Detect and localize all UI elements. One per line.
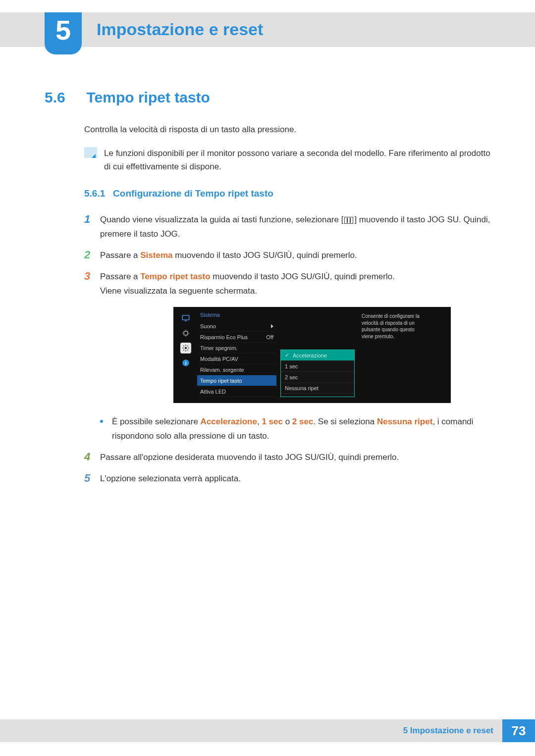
info-icon: i <box>180 357 191 368</box>
section-heading: 5.6 Tempo ripet tasto <box>45 89 500 106</box>
gear-icon <box>180 343 191 353</box>
chapter-number-badge: 5 <box>45 12 82 54</box>
osd-item-suono: Suono <box>197 321 276 332</box>
osd-item-label: Risparmio Eco Plus <box>200 334 248 340</box>
step-text: Passare a Tempo ripet tasto muovendo il … <box>100 270 500 299</box>
emphasis: 1 sec <box>262 417 283 426</box>
svg-point-3 <box>185 347 187 350</box>
text-fragment: Passare a <box>100 272 140 281</box>
step-4: 4 Passare all'opzione desiderata muovend… <box>84 451 500 465</box>
osd-panel: i Sistema Suono Risparmio Eco PlusOff Ti… <box>173 307 451 403</box>
osd-item-value: Off <box>267 334 273 340</box>
chevron-right-icon <box>271 324 273 328</box>
text-fragment: muovendo il tasto JOG SU/GIÙ, quindi pre… <box>172 251 357 260</box>
osd-item-label: Suono <box>200 323 216 329</box>
step-5: 5 L'opzione selezionata verrà applicata. <box>84 472 500 486</box>
step-2: 2 Passare a Sistema muovendo il tasto JO… <box>84 249 500 263</box>
osd-sub-label: 1 sec <box>285 363 298 369</box>
step-text: Passare a Sistema muovendo il tasto JOG … <box>100 249 500 263</box>
emphasis: 2 sec <box>292 417 314 426</box>
osd-screenshot: i Sistema Suono Risparmio Eco PlusOff Ti… <box>124 307 500 403</box>
svg-text:i: i <box>185 360 187 366</box>
monitor-icon <box>180 313 191 324</box>
osd-sub-label: 2 sec <box>285 374 298 380</box>
section-body: 5.6 Tempo ripet tasto Controlla la veloc… <box>45 89 500 493</box>
step-text: Passare all'opzione desiderata muovendo … <box>100 451 500 465</box>
section-intro: Controlla la velocità di risposta di un … <box>84 123 500 136</box>
svg-rect-2 <box>184 332 188 336</box>
check-icon: ✓ <box>285 352 290 358</box>
step-number: 5 <box>84 472 100 485</box>
osd-sub-accel: ✓Accelerazione <box>281 350 354 361</box>
step-1: 1 Quando viene visualizzata la guida ai … <box>84 213 500 242</box>
osd-item-label: Timer spegnim. <box>200 345 237 351</box>
osd-item-eco: Risparmio Eco PlusOff <box>197 332 276 343</box>
text-fragment: o <box>283 417 292 426</box>
emphasis: Sistema <box>140 251 172 260</box>
osd-icon-column: i <box>178 311 193 397</box>
bullet-icon <box>100 420 103 423</box>
chapter-title: Impostazione e reset <box>97 20 263 39</box>
subsection-number: 5.6.1 <box>84 188 105 199</box>
note-block: Le funzioni disponibili per il monitor p… <box>84 147 500 173</box>
osd-sub-label: Nessuna ripet <box>285 385 319 391</box>
step-number: 4 <box>84 451 100 463</box>
step-number: 2 <box>84 249 100 261</box>
note-text: Le funzioni disponibili per il monitor p… <box>104 147 495 173</box>
osd-menu-list: Sistema Suono Risparmio Eco PlusOff Time… <box>197 311 276 397</box>
text-fragment: Viene visualizzata la seguente schermata… <box>100 286 257 296</box>
emphasis: Accelerazione <box>201 417 257 426</box>
section-number: 5.6 <box>45 89 84 106</box>
footer-strip: 5 Impostazione e reset 73 <box>0 719 535 742</box>
step-3: 3 Passare a Tempo ripet tasto muovendo i… <box>84 270 500 299</box>
osd-sub-2sec: 2 sec <box>281 372 354 383</box>
osd-item-pcav: Modalità PC/AV <box>197 353 276 364</box>
osd-description: Consente di configurare la velocità di r… <box>359 311 423 397</box>
osd-sub-1sec: 1 sec <box>281 361 354 372</box>
text-fragment: . Se si seleziona <box>313 417 377 426</box>
osd-item-label: Modalità PC/AV <box>200 356 238 362</box>
subsection-heading: 5.6.1 Configurazione di Tempo ripet tast… <box>84 188 500 199</box>
footer-page-number: 73 <box>502 719 535 742</box>
svg-rect-0 <box>182 315 189 320</box>
step-number: 3 <box>84 270 100 283</box>
osd-submenu: ✓Accelerazione 1 sec 2 sec Nessuna ripet <box>280 350 355 397</box>
bullet-text: È possibile selezionare Accelerazione, 1… <box>112 415 500 444</box>
osd-item-led: Attiva LED <box>197 386 276 397</box>
note-icon <box>84 147 97 158</box>
osd-item-label: Rilevam. sorgente <box>200 367 244 373</box>
osd-item-source: Rilevam. sorgente <box>197 364 276 375</box>
emphasis: Tempo ripet tasto <box>140 272 210 281</box>
emphasis: Nessuna ripet <box>377 417 432 426</box>
osd-item-keyrepeat: Tempo ripet tasto <box>197 375 276 386</box>
resize-icon <box>180 328 191 339</box>
osd-sub-label: Accelerazione <box>293 353 327 358</box>
section-title: Tempo ripet tasto <box>86 89 210 105</box>
text-fragment: Quando viene visualizzata la guida ai ta… <box>100 215 343 224</box>
svg-rect-1 <box>185 321 187 322</box>
footer-label: 5 Impostazione e reset <box>403 726 502 736</box>
text-fragment: Passare a <box>100 251 140 260</box>
step-text: Quando viene visualizzata la guida ai ta… <box>100 213 500 242</box>
text-fragment: muovendo il tasto JOG SU/GIÙ, quindi pre… <box>211 272 395 281</box>
osd-item-label: Attiva LED <box>200 389 226 395</box>
step-text: L'opzione selezionata verrà applicata. <box>100 472 500 486</box>
menu-icon <box>344 217 353 224</box>
text-fragment: , <box>257 417 262 426</box>
subsection-title: Configurazione di Tempo ripet tasto <box>113 188 273 199</box>
osd-item-timer: Timer spegnim. <box>197 343 276 353</box>
text-fragment: È possibile selezionare <box>112 417 201 426</box>
osd-sub-norepeat: Nessuna ripet <box>281 383 354 394</box>
step-number: 1 <box>84 213 100 226</box>
osd-menu-title: Sistema <box>197 311 276 321</box>
steps-list: 1 Quando viene visualizzata la guida ai … <box>84 213 500 486</box>
bullet-note: È possibile selezionare Accelerazione, 1… <box>100 415 500 444</box>
osd-item-label: Tempo ripet tasto <box>200 378 242 384</box>
